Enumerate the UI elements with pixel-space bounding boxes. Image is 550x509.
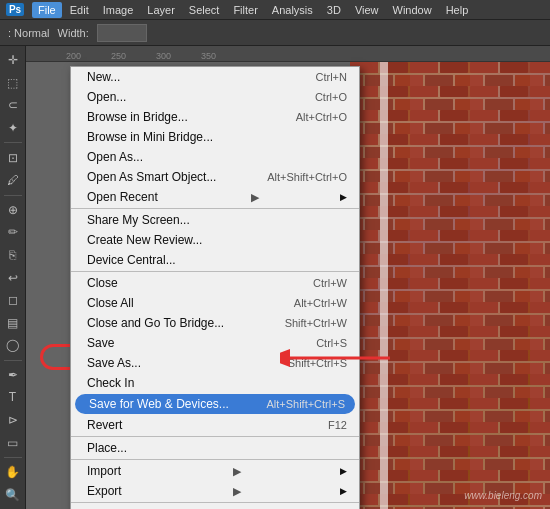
brush-tool[interactable]: ✏	[2, 222, 24, 243]
toolbar: ✛ ⬚ ⊂ ✦ ⊡ 🖊 ⊕ ✏ ⎘ ↩ ◻ ▤ ◯ ✒ T ⊳ ▭ ✋ 🔍	[0, 46, 26, 509]
menu-import[interactable]: Import ▶	[71, 461, 359, 481]
ruler-mark-300: 300	[156, 51, 171, 61]
menu-save-as[interactable]: Save As... Shift+Ctrl+S	[71, 353, 359, 373]
menu-open-smart-object[interactable]: Open As Smart Object... Alt+Shift+Ctrl+O	[71, 167, 359, 187]
menu-browse-mini-bridge[interactable]: Browse in Mini Bridge...	[71, 127, 359, 147]
menu-window[interactable]: Window	[387, 2, 438, 18]
clone-tool[interactable]: ⎘	[2, 245, 24, 266]
text-tool[interactable]: T	[2, 387, 24, 408]
menu-export[interactable]: Export ▶	[71, 481, 359, 501]
menu-filter[interactable]: Filter	[227, 2, 263, 18]
menu-layer[interactable]: Layer	[141, 2, 181, 18]
menu-check-in[interactable]: Check In	[71, 373, 359, 393]
menu-file[interactable]: File	[32, 2, 62, 18]
history-brush-tool[interactable]: ↩	[2, 267, 24, 288]
menu-open-recent[interactable]: Open Recent ▶	[71, 187, 359, 207]
separator-5	[71, 502, 359, 503]
separator-1	[71, 208, 359, 209]
horizontal-ruler: 200 250 300 350	[26, 46, 550, 62]
shape-tool[interactable]: ▭	[2, 432, 24, 453]
crop-tool[interactable]: ⊡	[2, 147, 24, 168]
dodge-tool[interactable]: ◯	[2, 335, 24, 356]
separator-4	[71, 459, 359, 460]
path-select-tool[interactable]: ⊳	[2, 410, 24, 431]
menu-create-review[interactable]: Create New Review...	[71, 230, 359, 250]
separator-3	[71, 436, 359, 437]
content-area: 200 250 300 350	[26, 46, 550, 509]
menu-new[interactable]: New... Ctrl+N	[71, 67, 359, 87]
ruler-marks: 200 250 300 350	[36, 51, 216, 61]
menu-place[interactable]: Place...	[71, 438, 359, 458]
ps-logo: Ps	[4, 1, 26, 19]
menu-help[interactable]: Help	[440, 2, 475, 18]
menu-save[interactable]: Save Ctrl+S	[71, 333, 359, 353]
menu-analysis[interactable]: Analysis	[266, 2, 319, 18]
file-dropdown: New... Ctrl+N Open... Ctrl+O Browse in B…	[70, 66, 360, 509]
magic-wand-tool[interactable]: ✦	[2, 118, 24, 139]
ruler-mark-200: 200	[66, 51, 81, 61]
mode-label: : Normal	[8, 27, 50, 39]
menu-save-web[interactable]: Save for Web & Devices... Alt+Shift+Ctrl…	[75, 394, 355, 414]
move-tool[interactable]: ✛	[2, 50, 24, 71]
menu-close[interactable]: Close Ctrl+W	[71, 273, 359, 293]
marquee-tool[interactable]: ⬚	[2, 73, 24, 94]
brick-image: www.bieleng.com	[350, 62, 550, 509]
menu-revert[interactable]: Revert F12	[71, 415, 359, 435]
ruler-mark-250: 250	[111, 51, 126, 61]
ruler-mark-350: 350	[201, 51, 216, 61]
width-input[interactable]	[97, 24, 147, 42]
tool-separator-1	[4, 142, 22, 143]
menu-edit[interactable]: Edit	[64, 2, 95, 18]
menu-close-go-bridge[interactable]: Close and Go To Bridge... Shift+Ctrl+W	[71, 313, 359, 333]
ps-logo-text: Ps	[6, 3, 24, 16]
menu-image[interactable]: Image	[97, 2, 140, 18]
menu-browse-bridge[interactable]: Browse in Bridge... Alt+Ctrl+O	[71, 107, 359, 127]
zoom-tool[interactable]: 🔍	[2, 484, 24, 505]
svg-rect-10	[380, 62, 388, 509]
menu-device-central[interactable]: Device Central...	[71, 250, 359, 270]
menu-share-screen[interactable]: Share My Screen...	[71, 210, 359, 230]
menu-view[interactable]: View	[349, 2, 385, 18]
lasso-tool[interactable]: ⊂	[2, 95, 24, 116]
eraser-tool[interactable]: ◻	[2, 290, 24, 311]
menu-select[interactable]: Select	[183, 2, 226, 18]
menu-close-all[interactable]: Close All Alt+Ctrl+W	[71, 293, 359, 313]
healing-tool[interactable]: ⊕	[2, 199, 24, 220]
watermark: www.bieleng.com	[464, 490, 542, 501]
menu-open[interactable]: Open... Ctrl+O	[71, 87, 359, 107]
tool-separator-3	[4, 360, 22, 361]
menu-bar: Ps File Edit Image Layer Select Filter A…	[0, 0, 550, 20]
gradient-tool[interactable]: ▤	[2, 312, 24, 333]
pen-tool[interactable]: ✒	[2, 365, 24, 386]
hand-tool[interactable]: ✋	[2, 462, 24, 483]
menu-3d[interactable]: 3D	[321, 2, 347, 18]
main-layout: ✛ ⬚ ⊂ ✦ ⊡ 🖊 ⊕ ✏ ⎘ ↩ ◻ ▤ ◯ ✒ T ⊳ ▭ ✋ 🔍 20…	[0, 46, 550, 509]
separator-2	[71, 271, 359, 272]
width-label: Width:	[58, 27, 89, 39]
options-bar: : Normal Width:	[0, 20, 550, 46]
menu-open-as[interactable]: Open As...	[71, 147, 359, 167]
menu-automate[interactable]: Automate ▶	[71, 504, 359, 509]
eyedropper-tool[interactable]: 🖊	[2, 170, 24, 191]
tool-separator-4	[4, 457, 22, 458]
tool-separator-2	[4, 195, 22, 196]
